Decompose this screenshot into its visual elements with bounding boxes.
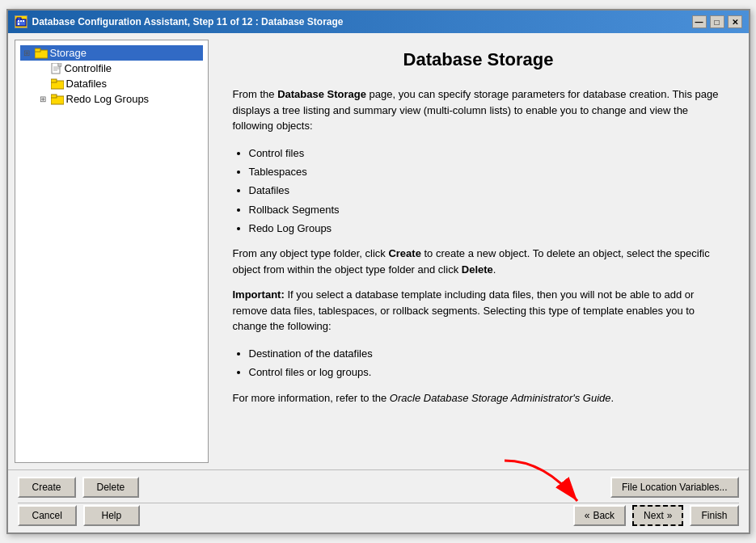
svg-rect-1 — [17, 18, 21, 20]
help-button[interactable]: Help — [83, 505, 140, 526]
close-button[interactable]: ✕ — [728, 15, 742, 28]
folder-icon-redo — [51, 94, 64, 105]
tree-panel: ⊞ Storage · — [15, 40, 209, 463]
list-item: Datafiles — [249, 181, 724, 200]
description-para4: For more information, refer to the Oracl… — [233, 390, 724, 406]
tree-item-datafiles[interactable]: · Datafiles — [36, 76, 203, 91]
bottom-row2: Cancel Help « Back Next » Finish — [18, 505, 739, 526]
title-bar-left: Database Configuration Assistant, Step 1… — [15, 15, 344, 28]
tree-item-controlfile[interactable]: · Controlfile — [36, 61, 203, 76]
window-title: Database Configuration Assistant, Step 1… — [32, 16, 344, 27]
bullet-list-2: Destination of the datafiles Control fil… — [249, 344, 724, 382]
tree-item-storage[interactable]: ⊞ Storage — [20, 45, 203, 61]
file-location-button[interactable]: File Location Variables... — [610, 477, 739, 498]
bottom-row1: Create Delete File Location Variables... — [18, 477, 739, 498]
right-panel: Database Storage From the Database Stora… — [209, 33, 749, 469]
svg-rect-4 — [23, 20, 24, 22]
bullet-list-1: Control files Tablespaces Datafiles Roll… — [249, 144, 724, 238]
svg-rect-17 — [51, 95, 57, 98]
cancel-help-group: Cancel Help — [18, 505, 140, 526]
expand-icon: ⊞ — [23, 48, 32, 57]
nav-buttons-group: « Back Next » Finish — [573, 505, 739, 526]
create-delete-group: Create Delete — [18, 477, 140, 498]
description-para1: From the Database Storage page, you can … — [233, 86, 724, 134]
folder-icon-storage — [35, 48, 48, 59]
bottom-bar: Create Delete File Location Variables...… — [8, 469, 749, 532]
title-bar-controls: — □ ✕ — [692, 15, 742, 28]
title-bar: Database Configuration Assistant, Step 1… — [8, 11, 749, 33]
next-button[interactable]: Next » — [632, 505, 683, 526]
app-icon — [15, 15, 27, 28]
maximize-button[interactable]: □ — [710, 15, 724, 28]
main-window: Database Configuration Assistant, Step 1… — [6, 9, 750, 534]
create-button[interactable]: Create — [18, 477, 76, 498]
svg-rect-15 — [51, 79, 57, 82]
delete-button[interactable]: Delete — [82, 477, 140, 498]
content-area: ⊞ Storage · — [8, 33, 749, 469]
tree-label-controlfile: Controlfile — [65, 62, 112, 74]
folder-icon-datafiles — [51, 78, 64, 90]
cancel-button[interactable]: Cancel — [18, 505, 77, 526]
doc-icon-controlfile — [51, 63, 62, 74]
back-label: Back — [593, 510, 615, 521]
svg-rect-3 — [20, 20, 22, 22]
svg-rect-10 — [58, 63, 61, 66]
svg-rect-7 — [35, 48, 40, 52]
tree-label-storage: Storage — [50, 47, 87, 59]
list-item: Tablespaces — [249, 162, 724, 181]
tree-item-redo-log-groups[interactable]: ⊞ Redo Log Groups — [36, 91, 203, 107]
back-arrow-icon: « — [585, 510, 590, 521]
svg-rect-2 — [18, 20, 19, 22]
minimize-button[interactable]: — — [692, 15, 707, 28]
list-item: Redo Log Groups — [249, 219, 724, 238]
tree-label-redo: Redo Log Groups — [66, 93, 150, 105]
next-arrow-icon: » — [667, 510, 673, 521]
list-item: Rollback Segments — [249, 200, 724, 219]
list-item: Control files — [249, 144, 724, 162]
expand-icon-redo: ⊞ — [40, 95, 48, 103]
separator — [18, 503, 739, 503]
description-para3: Important: If you select a database temp… — [233, 287, 724, 335]
list-item: Control files or log groups. — [249, 363, 724, 381]
description-para2: From any object type folder, click Creat… — [233, 246, 724, 277]
list-item: Destination of the datafiles — [249, 344, 724, 363]
finish-button[interactable]: Finish — [690, 505, 738, 526]
back-button[interactable]: « Back — [573, 505, 626, 526]
svg-rect-5 — [18, 23, 19, 25]
next-label: Next — [644, 510, 664, 521]
tree-label-datafiles: Datafiles — [66, 78, 108, 90]
page-title: Database Storage — [233, 49, 724, 70]
